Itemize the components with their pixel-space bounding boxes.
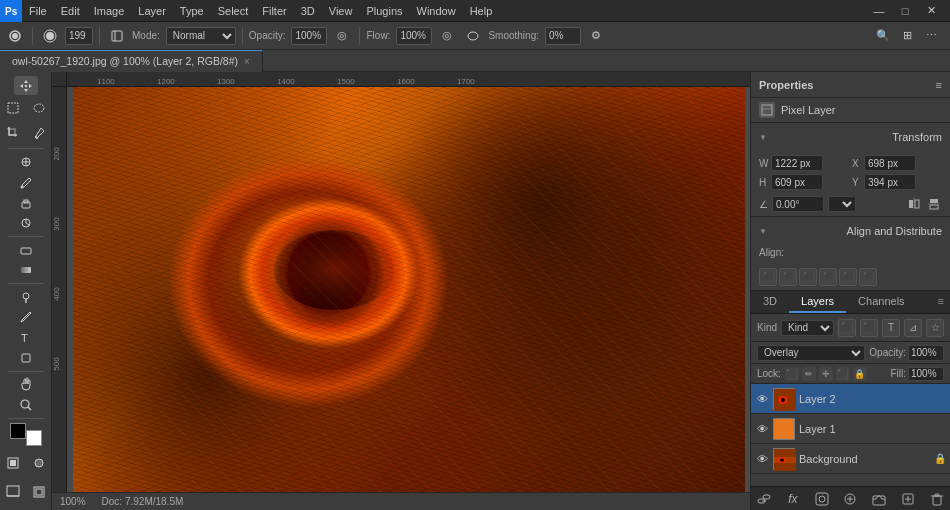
angle-unit-select[interactable]: °	[828, 196, 856, 212]
quick-mask-btn[interactable]	[27, 451, 51, 475]
menu-help[interactable]: Help	[463, 0, 500, 22]
fill-input[interactable]	[908, 367, 944, 381]
menu-3d[interactable]: 3D	[294, 0, 322, 22]
opacity-btn[interactable]: ◎	[331, 25, 353, 47]
menu-view[interactable]: View	[322, 0, 360, 22]
eraser-tool[interactable]	[14, 240, 38, 259]
brush-size-input[interactable]: 199	[65, 27, 93, 45]
clone-stamp-tool[interactable]	[14, 193, 38, 212]
close-btn[interactable]: ✕	[920, 0, 942, 22]
frame-btn[interactable]	[27, 480, 51, 504]
dodge-tool[interactable]	[14, 287, 38, 306]
opacity-input[interactable]	[291, 27, 327, 45]
filter-shape-btn[interactable]: ⊿	[904, 319, 922, 337]
screen-mode-btn[interactable]	[1, 480, 25, 504]
layer-1-visibility-btn[interactable]: 👁	[755, 422, 769, 436]
canvas-image[interactable]	[73, 87, 745, 492]
filter-type-btn[interactable]: T	[882, 319, 900, 337]
new-layer-btn[interactable]	[899, 490, 917, 508]
smoothing-input[interactable]	[545, 27, 581, 45]
delete-layer-btn[interactable]	[928, 490, 946, 508]
width-input[interactable]	[771, 155, 823, 171]
hand-tool[interactable]	[14, 375, 38, 394]
y-input[interactable]	[864, 174, 916, 190]
tool-btn-1[interactable]	[106, 25, 128, 47]
menu-image[interactable]: Image	[87, 0, 132, 22]
align-left-btn[interactable]: ⬛	[759, 268, 777, 286]
align-bottom-btn[interactable]: ⬛	[859, 268, 877, 286]
layer-2-visibility-btn[interactable]: 👁	[755, 392, 769, 406]
tab-layers[interactable]: Layers	[789, 291, 846, 313]
eyedropper-tool[interactable]	[27, 121, 51, 145]
new-fill-layer-btn[interactable]	[841, 490, 859, 508]
standard-mode-btn[interactable]	[1, 451, 25, 475]
kind-select[interactable]: Kind	[781, 320, 834, 336]
tab-close-btn[interactable]: ×	[244, 56, 250, 67]
rectangular-marquee-tool[interactable]	[1, 96, 25, 120]
canvas-scroll[interactable]	[67, 87, 750, 492]
lock-transparent-btn[interactable]: ⬛	[785, 367, 799, 381]
pen-tool[interactable]	[14, 307, 38, 326]
menu-plugins[interactable]: Plugins	[359, 0, 409, 22]
menu-select[interactable]: Select	[211, 0, 256, 22]
add-style-btn[interactable]: fx	[784, 490, 802, 508]
align-center-v-btn[interactable]: ⬛	[839, 268, 857, 286]
filter-pixel-btn[interactable]: ⬛	[838, 319, 856, 337]
menu-filter[interactable]: Filter	[255, 0, 293, 22]
maximize-btn[interactable]: □	[894, 0, 916, 22]
crop-tool[interactable]	[1, 121, 25, 145]
bg-visibility-btn[interactable]: 👁	[755, 452, 769, 466]
search-btn[interactable]: 🔍	[872, 25, 894, 47]
x-input[interactable]	[864, 155, 916, 171]
layer-row-1[interactable]: 👁 Layer 1	[751, 414, 950, 444]
add-mask-btn[interactable]	[813, 490, 831, 508]
layers-panel-menu-btn[interactable]: ≡	[932, 291, 950, 313]
filter-adjust-btn[interactable]: ⬛	[860, 319, 878, 337]
layer-opacity-input[interactable]	[908, 345, 944, 361]
filter-smart-btn[interactable]: ☆	[926, 319, 944, 337]
brush-preset-icon[interactable]	[39, 25, 61, 47]
menu-edit[interactable]: Edit	[54, 0, 87, 22]
align-center-h-btn[interactable]: ⬛	[779, 268, 797, 286]
color-swatches[interactable]	[10, 423, 42, 446]
tab-channels[interactable]: Channels	[846, 291, 916, 313]
flow-input[interactable]	[396, 27, 432, 45]
healing-brush-tool[interactable]	[14, 152, 38, 171]
blend-mode-select[interactable]: OverlayNormalMultiply	[757, 345, 865, 361]
flip-h-btn[interactable]	[906, 196, 922, 212]
layer-row-bg[interactable]: 👁 Background 🔒	[751, 444, 950, 474]
new-group-btn[interactable]	[870, 490, 888, 508]
properties-menu-btn[interactable]: ≡	[936, 79, 942, 91]
align-header[interactable]: ▼ Align and Distribute	[751, 217, 950, 245]
smoothing-settings-btn[interactable]: ⚙	[585, 25, 607, 47]
brush-tool-icon[interactable]	[4, 25, 26, 47]
lasso-tool[interactable]	[27, 96, 51, 120]
align-top-btn[interactable]: ⬛	[819, 268, 837, 286]
extra-btn[interactable]: ⋯	[920, 25, 942, 47]
shape-tool[interactable]	[14, 348, 38, 367]
menu-file[interactable]: File	[22, 0, 54, 22]
arrange-btn[interactable]: ⊞	[896, 25, 918, 47]
airbrush-btn[interactable]	[462, 25, 484, 47]
flow-btn[interactable]: ◎	[436, 25, 458, 47]
lock-all-btn[interactable]: 🔒	[853, 367, 867, 381]
lock-pixels-btn[interactable]: ✏	[802, 367, 816, 381]
transform-header[interactable]: ▼ Transform	[751, 123, 950, 151]
menu-window[interactable]: Window	[410, 0, 463, 22]
height-input[interactable]	[771, 174, 823, 190]
menu-layer[interactable]: Layer	[131, 0, 173, 22]
minimize-btn[interactable]: —	[868, 0, 890, 22]
move-tool[interactable]	[14, 76, 38, 95]
lock-artboard-btn[interactable]: ⬛	[836, 367, 850, 381]
flip-v-btn[interactable]	[926, 196, 942, 212]
menu-type[interactable]: Type	[173, 0, 211, 22]
lock-position-btn[interactable]: ✛	[819, 367, 833, 381]
tab-3d[interactable]: 3D	[751, 291, 789, 313]
brush-tool[interactable]	[14, 173, 38, 192]
link-layers-btn[interactable]	[755, 490, 773, 508]
zoom-tool[interactable]	[14, 395, 38, 414]
layer-row-2[interactable]: 👁 Layer 2	[751, 384, 950, 414]
align-right-btn[interactable]: ⬛	[799, 268, 817, 286]
type-tool[interactable]: T	[14, 328, 38, 347]
gradient-tool[interactable]	[14, 261, 38, 280]
